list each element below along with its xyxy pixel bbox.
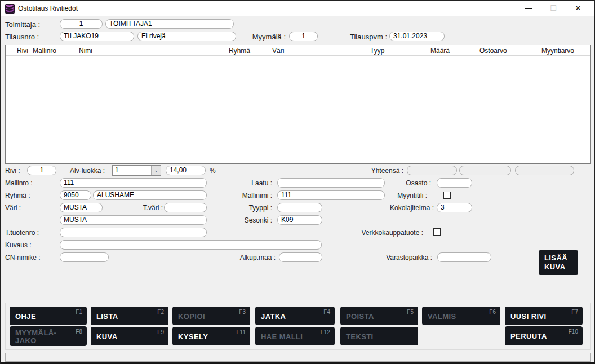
button-uusi-rivi[interactable]: UUSI RIVIF7 bbox=[505, 307, 583, 325]
button-jatka[interactable]: JATKAF4 bbox=[255, 307, 335, 325]
column-header-myyntiarvo: Myyntiarvo bbox=[541, 47, 574, 55]
yhteensa-label: Yhteensä : bbox=[339, 167, 403, 175]
button-hae-malli[interactable]: HAE MALLIF12 bbox=[255, 327, 335, 345]
button-kuva[interactable]: KUVAF9 bbox=[91, 327, 168, 345]
column-header-rivi: Rivi bbox=[17, 47, 28, 55]
varastopaikka-label: Varastopaikka : bbox=[339, 254, 432, 261]
kuvaus-label: Kuvaus : bbox=[5, 241, 32, 249]
text-cursor bbox=[166, 204, 166, 211]
button-valmis[interactable]: VALMISF6 bbox=[422, 307, 500, 325]
myymala-label: Myymälä : bbox=[237, 33, 286, 41]
taskbar-strip bbox=[1, 362, 595, 364]
yhteensa-field-3 bbox=[515, 166, 574, 175]
alv-percent-field[interactable]: 14,00 bbox=[166, 166, 206, 175]
toimittaja-name-field[interactable]: TOIMITTAJA1 bbox=[105, 19, 234, 29]
alkup-maa-label: Alkup.maa : bbox=[209, 254, 276, 261]
column-header-nimi: Nimi bbox=[79, 47, 92, 55]
rivi-label: Rivi : bbox=[5, 167, 20, 175]
column-header-vari: Väri bbox=[272, 47, 284, 55]
tilauspvm-label: Tilauspvm : bbox=[333, 33, 387, 41]
ttuotenro-field[interactable] bbox=[60, 228, 207, 237]
tilausnro-field[interactable]: TILJAKO19 bbox=[60, 32, 134, 41]
kokolajitelma-label: Kokolajitelma : bbox=[339, 204, 434, 212]
alv-luokka-select[interactable]: 1 ⌄ bbox=[112, 165, 161, 176]
alv-luokka-label: Alv-luokka : bbox=[63, 167, 105, 175]
percent-sign: % bbox=[210, 167, 216, 175]
vari-name-field[interactable]: MUSTA bbox=[60, 215, 207, 225]
tilauspvm-field[interactable]: 31.01.2023 bbox=[389, 32, 445, 41]
mallinro-label: Mallinro : bbox=[5, 179, 33, 187]
ttuotenro-label: T.tuotenro : bbox=[5, 229, 39, 237]
button-ohje[interactable]: OHJEF1 bbox=[10, 307, 87, 325]
sesonki-label: Sesonki : bbox=[203, 216, 272, 224]
myyntitili-checkbox[interactable] bbox=[443, 192, 451, 199]
verkkokauppatuote-checkbox[interactable] bbox=[433, 228, 441, 236]
column-header-maara: Määrä bbox=[430, 47, 450, 55]
tyyppi-field[interactable] bbox=[277, 203, 322, 212]
rivi-field[interactable]: 1 bbox=[27, 166, 56, 175]
tilausnro-label: Tilausnro : bbox=[5, 33, 39, 41]
laatu-label: Laatu : bbox=[203, 179, 272, 187]
mallinimi-label: Mallinimi : bbox=[203, 192, 272, 199]
table-header-row: Rivi Mallinro Nimi Ryhmä Väri Tyyp Määrä… bbox=[6, 45, 590, 56]
alv-luokka-value: 1 bbox=[113, 166, 151, 175]
toimittaja-code-field[interactable]: 1 bbox=[60, 19, 103, 29]
button-teksti[interactable]: TEKSTI bbox=[340, 327, 418, 345]
ryhma-code-field[interactable]: 9050 bbox=[60, 190, 91, 200]
maximize-button[interactable]: ☐ bbox=[542, 1, 565, 16]
close-button[interactable]: ✕ bbox=[567, 1, 589, 16]
chevron-down-icon[interactable]: ⌄ bbox=[151, 166, 161, 175]
alkup-maa-field[interactable] bbox=[279, 252, 322, 262]
lisaa-kuva-button[interactable]: LISÄÄ KUVA bbox=[539, 250, 578, 275]
column-header-ostoarvo: Ostoarvo bbox=[479, 47, 507, 55]
button-myymalajako[interactable]: MYYMÄLÄ-JAKOF8 bbox=[10, 326, 87, 346]
tvari-label: T.väri : bbox=[113, 204, 163, 212]
status-bar bbox=[5, 353, 591, 362]
yhteensa-field-2 bbox=[459, 166, 511, 175]
osasto-label: Osasto : bbox=[350, 179, 431, 187]
tvari-field[interactable] bbox=[164, 203, 207, 212]
column-header-tyyp: Tyyp bbox=[370, 47, 384, 55]
vari-label: Väri : bbox=[5, 204, 21, 212]
osasto-field[interactable] bbox=[437, 178, 472, 188]
app-window: Ostotilaus Rivitiedot — ☐ ✕ Toimittaja :… bbox=[0, 0, 595, 364]
cn-nimike-field[interactable] bbox=[60, 252, 109, 262]
vari-field[interactable]: MUSTA bbox=[60, 203, 103, 212]
title-bar: Ostotilaus Rivitiedot — ☐ ✕ bbox=[1, 1, 594, 16]
button-poista[interactable]: POISTAF5 bbox=[340, 307, 418, 325]
app-logo-icon bbox=[5, 4, 15, 14]
button-kopioi[interactable]: KOPIOIF3 bbox=[172, 307, 250, 325]
button-peruuta[interactable]: PERUUTAF10 bbox=[505, 326, 583, 345]
mallinro-field[interactable]: 111 bbox=[60, 178, 207, 188]
tyyppi-label: Tyyppi : bbox=[203, 204, 272, 212]
minimize-button[interactable]: — bbox=[517, 1, 540, 16]
kuvaus-field[interactable] bbox=[60, 240, 322, 250]
kokolajitelma-field[interactable]: 3 bbox=[437, 203, 472, 212]
myyntitili-label: Myyntitili : bbox=[350, 192, 427, 199]
verkkokauppatuote-label: Verkkokauppatuote : bbox=[316, 229, 423, 237]
cn-nimike-label: CN-nimike : bbox=[5, 254, 41, 261]
tilausnro-status-field[interactable]: Ei rivejä bbox=[137, 32, 236, 41]
button-lista[interactable]: LISTAF2 bbox=[91, 307, 168, 325]
window-title: Ostotilaus Rivitiedot bbox=[18, 5, 78, 12]
button-kysely[interactable]: KYSELYF11 bbox=[172, 327, 250, 345]
myymala-field[interactable]: 1 bbox=[289, 32, 318, 41]
column-header-ryhma: Ryhmä bbox=[229, 47, 250, 55]
ryhma-label: Ryhmä : bbox=[5, 192, 30, 199]
sesonki-field[interactable]: K09 bbox=[277, 215, 322, 225]
yhteensa-field-1 bbox=[407, 166, 457, 175]
column-header-mallinro: Mallinro bbox=[33, 47, 56, 55]
order-lines-table[interactable]: Rivi Mallinro Nimi Ryhmä Väri Tyyp Määrä… bbox=[5, 45, 591, 164]
toimittaja-label: Toimittaja : bbox=[5, 20, 40, 29]
varastopaikka-field[interactable] bbox=[437, 252, 491, 262]
ryhma-name-field[interactable]: ALUSHAME bbox=[93, 190, 207, 200]
